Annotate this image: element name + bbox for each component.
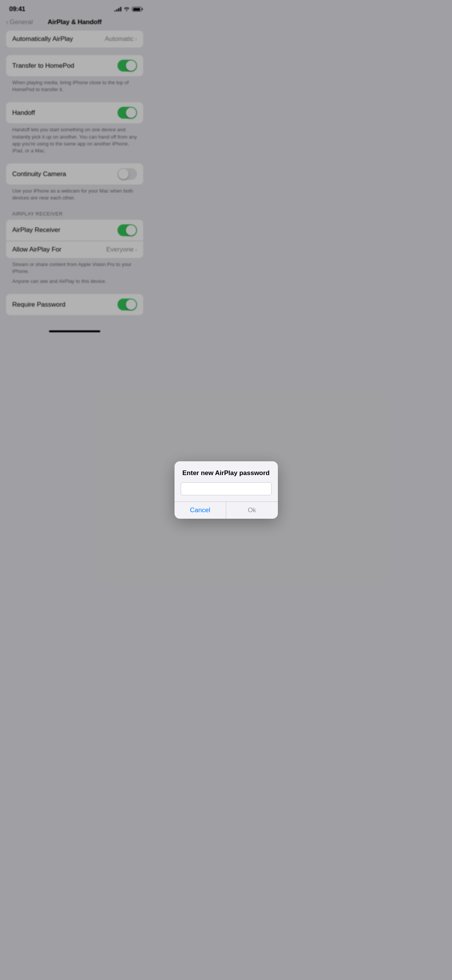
modal-overlay[interactable]: Enter new AirPlay password Cancel Ok: [0, 0, 149, 335]
